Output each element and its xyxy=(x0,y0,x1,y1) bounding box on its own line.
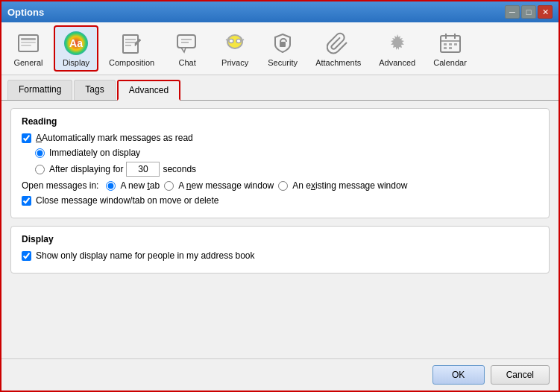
advanced-icon xyxy=(384,30,411,57)
tab-formatting[interactable]: Formatting xyxy=(7,80,72,100)
security-icon xyxy=(269,30,296,57)
options-window: Options ─ □ ✕ General Aa D xyxy=(0,0,560,392)
show-only-row: Show only display name for people in my … xyxy=(22,250,538,261)
new-tab-radio[interactable] xyxy=(106,181,116,191)
new-window-radio[interactable] xyxy=(164,181,174,191)
svg-rect-18 xyxy=(280,42,286,47)
toolbar-item-general[interactable]: General xyxy=(6,25,51,72)
svg-point-15 xyxy=(236,39,241,43)
immediately-label: Immediately on display xyxy=(49,148,140,158)
svg-rect-8 xyxy=(177,35,195,48)
attachments-label: Attachments xyxy=(315,58,361,67)
composition-label: Composition xyxy=(109,58,154,67)
open-messages-label: Open messages in: xyxy=(22,180,98,191)
content-area: Reading AAutomatically mark messages as … xyxy=(1,101,559,358)
close-window-label: Close message window/tab on move or dele… xyxy=(36,195,218,206)
seconds-value-input[interactable] xyxy=(126,162,160,177)
composition-icon xyxy=(119,30,145,57)
svg-rect-28 xyxy=(444,47,447,49)
svg-rect-2 xyxy=(21,42,36,43)
general-icon xyxy=(15,30,42,57)
toolbar-item-chat[interactable]: Chat xyxy=(165,25,210,72)
footer: OK Cancel xyxy=(1,358,559,391)
advanced-label: Advanced xyxy=(379,58,415,67)
toolbar: General Aa Display Composition xyxy=(1,22,559,75)
seconds-label: seconds xyxy=(163,164,196,174)
cancel-button[interactable]: Cancel xyxy=(491,365,550,385)
maximize-button[interactable]: □ xyxy=(521,5,536,19)
auto-mark-row: AAutomatically mark messages as read xyxy=(22,133,538,143)
show-only-checkbox[interactable] xyxy=(22,251,31,261)
security-label: Security xyxy=(268,58,298,67)
svg-point-14 xyxy=(229,39,233,43)
general-label: General xyxy=(13,58,43,67)
calendar-label: Calendar xyxy=(433,58,467,67)
auto-mark-checkbox[interactable] xyxy=(22,133,31,143)
close-window-checkbox[interactable] xyxy=(22,196,31,206)
privacy-icon xyxy=(221,30,248,57)
existing-window-label: An existing message window xyxy=(292,180,407,191)
minimize-button[interactable]: ─ xyxy=(505,5,520,19)
toolbar-item-display[interactable]: Aa Display xyxy=(54,25,98,72)
toolbar-item-calendar[interactable]: Calendar xyxy=(426,25,474,72)
after-displaying-row: After displaying for seconds xyxy=(35,162,538,177)
ok-button[interactable]: OK xyxy=(432,365,485,385)
new-tab-label: A new tab xyxy=(120,180,160,191)
calendar-icon xyxy=(437,30,464,57)
immediately-radio[interactable] xyxy=(35,148,45,158)
display-icon: Aa xyxy=(63,30,89,57)
existing-window-radio[interactable] xyxy=(278,181,288,191)
mark-timing-group: Immediately on display After displaying … xyxy=(35,148,538,177)
reading-section: Reading AAutomatically mark messages as … xyxy=(10,108,550,218)
new-window-label: A new message window xyxy=(178,180,274,191)
chat-icon xyxy=(174,30,201,57)
attachments-icon xyxy=(325,30,352,57)
after-displaying-radio[interactable] xyxy=(35,165,45,174)
display-section-title: Display xyxy=(22,234,538,244)
open-messages-row: Open messages in: A new tab A new messag… xyxy=(22,180,538,191)
toolbar-item-composition[interactable]: Composition xyxy=(101,25,162,72)
title-bar-controls: ─ □ ✕ xyxy=(505,5,553,19)
display-label: Display xyxy=(63,58,89,67)
reading-section-title: Reading xyxy=(22,116,538,127)
chat-label: Chat xyxy=(179,58,196,67)
svg-rect-27 xyxy=(454,43,457,45)
after-displaying-label: After displaying for xyxy=(49,164,123,174)
tab-advanced[interactable]: Advanced xyxy=(117,80,180,101)
svg-rect-26 xyxy=(449,43,452,45)
privacy-label: Privacy xyxy=(221,58,248,67)
close-window-row: Close message window/tab on move or dele… xyxy=(22,195,538,206)
close-button[interactable]: ✕ xyxy=(538,5,553,19)
toolbar-item-attachments[interactable]: Attachments xyxy=(308,25,368,72)
toolbar-item-privacy[interactable]: Privacy xyxy=(213,25,257,72)
display-section: Display Show only display name for peopl… xyxy=(10,226,550,274)
svg-rect-25 xyxy=(444,43,447,45)
title-bar: Options ─ □ ✕ xyxy=(1,1,559,22)
toolbar-item-security[interactable]: Security xyxy=(260,25,305,72)
display-color-icon: Aa xyxy=(64,31,88,55)
auto-mark-label: AAutomatically mark messages as read xyxy=(36,133,193,143)
toolbar-item-advanced[interactable]: Advanced xyxy=(371,25,423,72)
svg-rect-3 xyxy=(21,45,31,46)
immediately-row: Immediately on display xyxy=(35,148,538,158)
window-title: Options xyxy=(7,7,44,18)
svg-marker-9 xyxy=(181,48,186,52)
show-only-label: Show only display name for people in my … xyxy=(36,250,255,261)
svg-rect-1 xyxy=(21,38,36,40)
tab-bar: Formatting Tags Advanced xyxy=(1,75,559,101)
tab-tags[interactable]: Tags xyxy=(74,80,115,100)
svg-rect-29 xyxy=(449,47,452,49)
